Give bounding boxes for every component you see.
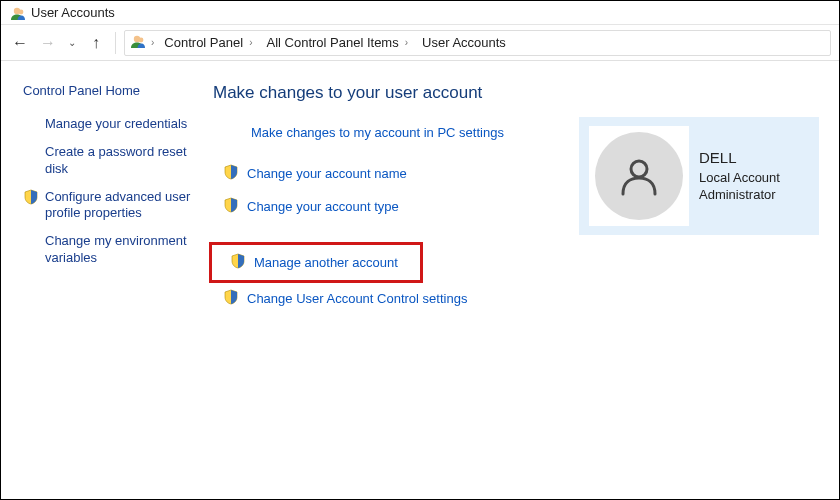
sidebar-item-label: Configure advanced user profile properti… [45, 189, 199, 222]
current-user-card: DELL Local Account Administrator [579, 117, 819, 235]
sidebar-item-manage-credentials[interactable]: Manage your credentials [23, 116, 199, 132]
sidebar-item-advanced-profile[interactable]: Configure advanced user profile properti… [23, 189, 199, 222]
action-label: Change User Account Control settings [247, 291, 467, 306]
sidebar-item-label: Create a password reset disk [45, 144, 199, 177]
main-panel: Make changes to your user account Make c… [213, 83, 829, 489]
breadcrumb-user-accounts[interactable]: User Accounts [418, 35, 510, 50]
action-label: Change your account name [247, 166, 407, 181]
recent-locations-dropdown[interactable]: ⌄ [65, 37, 79, 48]
chevron-right-icon: › [149, 37, 156, 48]
window-title: User Accounts [31, 5, 115, 20]
back-button[interactable]: ← [9, 32, 31, 54]
chevron-right-icon: › [247, 37, 254, 48]
avatar-icon [617, 154, 661, 198]
pc-settings-link[interactable]: Make changes to my account in PC setting… [251, 125, 563, 140]
chevron-right-icon: › [403, 37, 410, 48]
action-label: Change your account type [247, 199, 399, 214]
user-accounts-icon [9, 5, 25, 21]
action-change-uac-settings[interactable]: Change User Account Control settings [219, 287, 563, 310]
sidebar-item-label: Change my environment variables [45, 233, 199, 266]
action-manage-another-account[interactable]: Manage another account [226, 251, 412, 274]
forward-button[interactable]: → [37, 32, 59, 54]
shield-icon [223, 164, 239, 183]
page-title: Make changes to your user account [213, 83, 563, 103]
shield-icon [223, 197, 239, 216]
user-role: Administrator [699, 186, 780, 204]
highlight-box: Manage another account [209, 242, 423, 283]
user-account-type: Local Account [699, 169, 780, 187]
breadcrumb-control-panel[interactable]: Control Panel › [160, 35, 258, 50]
avatar [595, 132, 683, 220]
navigation-bar: ← → ⌄ ↑ › Control Panel › All Control Pa… [1, 25, 839, 61]
sidebar-heading[interactable]: Control Panel Home [23, 83, 199, 98]
breadcrumb-label: User Accounts [422, 35, 506, 50]
breadcrumb-all-items[interactable]: All Control Panel Items › [262, 35, 414, 50]
avatar-wrap [589, 126, 689, 226]
action-change-account-type[interactable]: Change your account type [219, 195, 563, 218]
shield-icon [23, 189, 39, 205]
user-name: DELL [699, 148, 780, 168]
address-bar[interactable]: › Control Panel › All Control Panel Item… [124, 30, 831, 56]
user-info: DELL Local Account Administrator [699, 148, 780, 203]
action-change-account-name[interactable]: Change your account name [219, 162, 563, 185]
up-button[interactable]: ↑ [85, 32, 107, 54]
action-label: Manage another account [254, 255, 398, 270]
sidebar-item-label: Manage your credentials [45, 116, 199, 132]
sidebar-item-env-variables[interactable]: Change my environment variables [23, 233, 199, 266]
breadcrumb-label: All Control Panel Items [266, 35, 398, 50]
user-accounts-icon [129, 33, 145, 52]
breadcrumb-label: Control Panel [164, 35, 243, 50]
sidebar-item-password-reset-disk[interactable]: Create a password reset disk [23, 144, 199, 177]
window-titlebar: User Accounts [1, 1, 839, 25]
content-area: Control Panel Home Manage your credentia… [1, 61, 839, 499]
shield-icon [223, 289, 239, 308]
sidebar: Control Panel Home Manage your credentia… [23, 83, 213, 489]
nav-divider [115, 32, 116, 54]
shield-icon [230, 253, 246, 272]
